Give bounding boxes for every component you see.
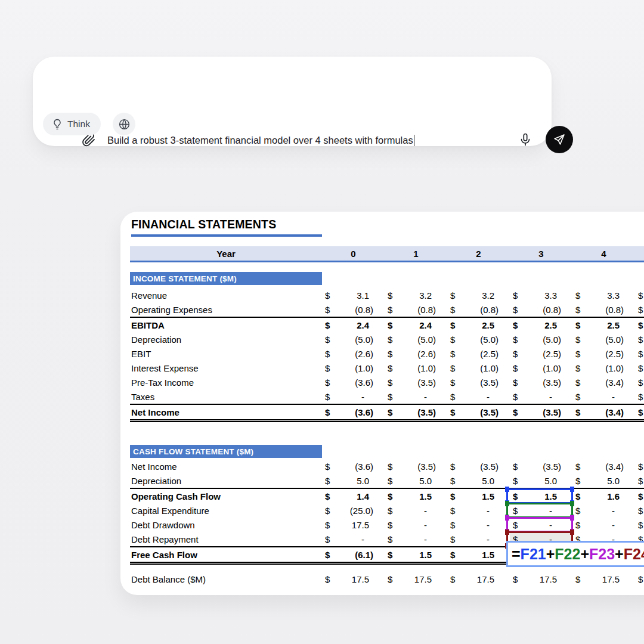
- currency-symbol: $: [513, 407, 518, 417]
- cell: $-: [447, 532, 510, 546]
- send-icon: [553, 133, 566, 146]
- cell-value: -: [487, 392, 490, 402]
- sheet-title: FINANCIAL STATEMENTS: [130, 218, 644, 231]
- cell-value: (5.0): [480, 335, 499, 345]
- cell-value: 2.4: [357, 320, 369, 330]
- currency-symbol: $: [638, 574, 643, 584]
- currency-symbol: $: [575, 363, 580, 373]
- currency-symbol: $: [513, 462, 518, 472]
- formula-token: F23: [589, 546, 615, 563]
- cell: $(3.5): [447, 459, 510, 473]
- cell: $: [635, 389, 644, 404]
- cell-value: 17.5: [602, 574, 620, 584]
- cell: $: [635, 572, 644, 586]
- row-label: Interest Expense: [130, 363, 322, 373]
- cell-value: (2.5): [480, 349, 499, 359]
- cell-value: (0.8): [543, 305, 561, 315]
- cell-value: 1.4: [357, 491, 369, 501]
- currency-symbol: $: [513, 491, 518, 501]
- currency-symbol: $: [388, 349, 392, 359]
- think-button[interactable]: Think: [43, 113, 101, 135]
- cell: $17.5: [447, 572, 510, 586]
- currency-symbol: $: [638, 462, 643, 472]
- currency-symbol: $: [388, 534, 392, 544]
- cell: $(1.0): [572, 361, 635, 375]
- cell: $(3.4): [572, 405, 635, 419]
- cell: $17.5: [322, 572, 385, 586]
- currency-symbol: $: [575, 392, 580, 402]
- year-column-header: 3: [510, 249, 572, 259]
- cell-value: (0.8): [417, 305, 436, 315]
- cell-value: (5.0): [417, 335, 436, 345]
- cell: $(3.6): [322, 375, 385, 389]
- cell-value: (1.0): [605, 363, 624, 373]
- cell-value: -: [424, 534, 427, 544]
- table-row: Interest Expense$(1.0)$(1.0)$(1.0)$(1.0)…: [130, 361, 644, 375]
- currency-symbol: $: [325, 407, 330, 417]
- currency-symbol: $: [638, 506, 643, 516]
- cell-value: (1.0): [417, 363, 436, 373]
- cell-value: -: [487, 506, 490, 516]
- cell-value: (3.5): [417, 462, 436, 472]
- cell: $17.5: [572, 572, 635, 586]
- cell-value: -: [361, 534, 364, 544]
- web-search-button[interactable]: [113, 113, 135, 135]
- currency-symbol: $: [450, 520, 455, 530]
- cell-value: (2.5): [605, 349, 624, 359]
- cell: $(3.5): [385, 459, 447, 473]
- cell-value: 3.3: [607, 290, 620, 301]
- currency-symbol: $: [325, 520, 330, 530]
- cell-value: (5.0): [355, 335, 373, 345]
- mic-button[interactable]: [518, 132, 532, 147]
- send-button[interactable]: [546, 126, 573, 153]
- cell-value: -: [549, 506, 552, 516]
- cell: $2.4: [322, 318, 385, 332]
- cell: $(3.6): [322, 405, 385, 419]
- cell: $(5.0): [510, 332, 572, 346]
- cell-value: 1.5: [419, 550, 432, 560]
- formula-editor[interactable]: =F21+F22+F23+F24: [506, 541, 644, 567]
- currency-symbol: $: [638, 476, 643, 486]
- cell: $: [635, 302, 644, 317]
- cell-value: 1.5: [544, 491, 557, 501]
- cell: $1.5: [447, 489, 510, 503]
- table-row: Depreciation$5.0$5.0$5.0$5.0$5.0$: [130, 473, 644, 489]
- table-row: Debt Balance ($M)$17.5$17.5$17.5$17.5$17…: [130, 572, 644, 586]
- cell: $(0.8): [572, 302, 635, 317]
- table-row: EBITDA$2.4$2.4$2.5$2.5$2.5$: [130, 318, 644, 332]
- currency-symbol: $: [638, 392, 643, 402]
- row-label: Debt Drawdown: [130, 520, 322, 530]
- cell-value: 5.0: [544, 476, 557, 486]
- cell: $: [635, 375, 644, 389]
- currency-symbol: $: [388, 407, 392, 417]
- section-header: CASH FLOW STATEMENT ($M): [130, 445, 322, 458]
- cell: $: [635, 318, 644, 332]
- cell-value: 1.5: [482, 550, 494, 560]
- title-underline: [131, 234, 322, 237]
- cell: $(0.8): [447, 302, 510, 317]
- cell-value: 3.2: [482, 290, 494, 301]
- formula-token: F22: [555, 546, 580, 563]
- row-label: Operating Cash Flow: [130, 491, 322, 501]
- cell-value: (0.8): [480, 305, 499, 315]
- cell: $(3.4): [572, 375, 635, 389]
- cell-value: (3.5): [480, 462, 499, 472]
- cell-value: 3.3: [544, 290, 557, 301]
- cell-value: -: [487, 534, 490, 544]
- cell-value: (0.8): [355, 305, 373, 315]
- cell-value: -: [549, 520, 552, 530]
- currency-symbol: $: [575, 506, 580, 516]
- currency-symbol: $: [450, 349, 455, 359]
- cell: $5.0: [510, 473, 572, 488]
- cell: $(3.4): [572, 459, 635, 473]
- text-cursor: [414, 135, 415, 146]
- cell: $: [635, 361, 644, 375]
- formula-token: +: [546, 546, 555, 563]
- cell-value: -: [487, 520, 490, 530]
- currency-symbol: $: [325, 363, 330, 373]
- currency-symbol: $: [450, 574, 455, 584]
- prompt-input[interactable]: Build a robust 3-statement financial mod…: [107, 133, 414, 147]
- cell-value: (2.5): [543, 349, 561, 359]
- cell: $(2.5): [572, 346, 635, 361]
- currency-symbol: $: [575, 290, 580, 301]
